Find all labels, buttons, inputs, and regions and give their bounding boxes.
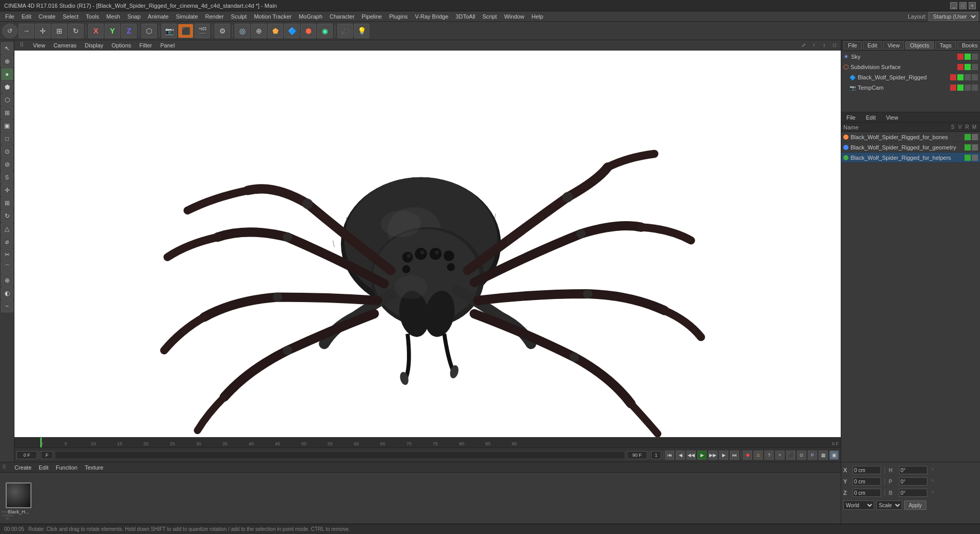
scene-row-spider[interactable]: 🔷 Black_Wolf_Spider_Rigged — [841, 72, 980, 82]
tempcam-btn-green[interactable] — [957, 85, 963, 91]
menu-select[interactable]: Select — [60, 12, 82, 21]
left-tool-live-select[interactable]: ⊙ — [1, 145, 13, 158]
left-tool-model[interactable]: ↖ — [1, 42, 13, 55]
preview-button[interactable]: P — [808, 450, 817, 460]
subdiv-btn-sq[interactable] — [972, 64, 978, 70]
om-ind-helpers-1[interactable] — [965, 155, 971, 161]
menu-mograph[interactable]: MoGraph — [296, 12, 325, 21]
move-button[interactable]: ✛ — [35, 24, 51, 38]
left-tool-points[interactable]: ● — [1, 68, 13, 80]
next-frame-button[interactable]: ▶ — [719, 450, 728, 460]
om-row-helpers[interactable]: Black_Wolf_Spider_Rigged_for_helpers — [841, 153, 980, 163]
coord-y-pos[interactable] — [853, 477, 881, 486]
key-help-button[interactable]: ? — [764, 450, 774, 460]
vp-menu-filter[interactable]: Filter — [137, 42, 154, 48]
left-tool-box-select[interactable]: □ — [1, 132, 13, 145]
prev-frame-button[interactable]: ◀ — [676, 450, 685, 460]
spline-button[interactable]: 🔷 — [284, 24, 300, 38]
play-button[interactable]: ▶ — [697, 450, 707, 460]
menu-simulate[interactable]: Simulate — [173, 12, 201, 21]
om-ind-geometry-2[interactable] — [972, 144, 978, 151]
render-button[interactable]: ⬛ — [178, 24, 193, 38]
rp-tab-objects[interactable]: Objects — [905, 41, 934, 49]
vp-menu-display[interactable]: Display — [83, 42, 105, 48]
z-axis-button[interactable]: Z — [121, 24, 137, 38]
om-ind-bones-1[interactable] — [965, 134, 971, 140]
viewport[interactable] — [14, 51, 841, 437]
coord-b-rot[interactable] — [899, 489, 927, 497]
go-to-start-button[interactable]: ⏮ — [665, 450, 674, 460]
left-tool-edges[interactable]: ⬟ — [1, 81, 13, 93]
menu-window[interactable]: Window — [501, 12, 527, 21]
om-tab-edit[interactable]: Edit — [863, 114, 879, 121]
end-frame-input[interactable] — [627, 451, 647, 459]
vp-grid-icon[interactable]: □ — [830, 41, 839, 49]
mat-tab-texture[interactable]: Texture — [83, 464, 105, 471]
close-button[interactable]: × — [969, 2, 976, 9]
left-tool-bridge[interactable]: ⌒ — [1, 261, 13, 274]
record-button[interactable]: ⏺ — [743, 450, 752, 460]
left-tool-s[interactable]: S — [1, 171, 13, 183]
add-keyframe-button[interactable]: + — [775, 450, 785, 460]
render-view-button[interactable]: 📷 — [161, 24, 177, 38]
coord-x-pos[interactable] — [853, 466, 881, 474]
vp-up-icon[interactable]: ↑ — [810, 41, 818, 49]
vp-maximize-icon[interactable]: ⤢ — [799, 41, 808, 49]
rp-tab-view[interactable]: View — [883, 41, 905, 49]
tempcam-btn-red[interactable] — [950, 85, 956, 91]
effector-button[interactable]: ◉ — [317, 24, 333, 38]
om-tab-view[interactable]: View — [883, 114, 902, 121]
layout-select[interactable]: Startup (User — [928, 12, 978, 21]
coord-p-rot[interactable] — [899, 477, 927, 486]
left-tool-paint[interactable]: ◐ — [1, 287, 13, 299]
timeline-scrub[interactable] — [55, 451, 625, 459]
menu-vray[interactable]: V-Ray Bridge — [412, 12, 452, 21]
spider-btn-green[interactable] — [957, 74, 963, 80]
scene-row-sky[interactable]: ☀ Sky — [841, 52, 980, 62]
rotate-button[interactable]: ↻ — [68, 24, 84, 38]
object-button[interactable]: ◎ — [235, 24, 250, 38]
material-handle[interactable]: ⠿ — [2, 464, 9, 471]
left-tool-extrude[interactable]: △ — [1, 223, 13, 235]
menu-mesh[interactable]: Mesh — [103, 12, 123, 21]
menu-motiontracker[interactable]: Motion Tracker — [251, 12, 295, 21]
om-row-bones[interactable]: Black_Wolf_Spider_Rigged_for_bones — [841, 132, 980, 142]
scale-select[interactable]: Scale — [876, 500, 902, 510]
maximize-button[interactable]: □ — [959, 2, 967, 9]
coord-z-pos[interactable] — [853, 489, 881, 497]
left-tool-magnet[interactable]: ⊕ — [1, 274, 13, 287]
vp-split-icon[interactable]: ↕ — [820, 41, 828, 49]
mat-tab-edit[interactable]: Edit — [37, 464, 51, 471]
menu-edit[interactable]: Edit — [19, 12, 35, 21]
vp-menu-cameras[interactable]: Cameras — [52, 42, 79, 48]
camera-button[interactable]: 🎥 — [337, 24, 353, 38]
play-reverse-button[interactable]: ◀◀ — [687, 450, 696, 460]
tempcam-btn-sq2[interactable] — [972, 85, 978, 91]
om-ind-helpers-2[interactable] — [972, 155, 978, 161]
material-item-black-hairy[interactable]: Black_H... — [4, 482, 32, 514]
live-select-button[interactable]: → — [19, 24, 34, 38]
menu-script[interactable]: Script — [479, 12, 500, 21]
menu-snap[interactable]: Snap — [124, 12, 144, 21]
left-tool-uv[interactable]: ⊞ — [1, 107, 13, 119]
scale-button[interactable]: ⊞ — [52, 24, 67, 38]
left-tool-knife[interactable]: ✂ — [1, 248, 13, 261]
coord-h-rot[interactable] — [899, 466, 927, 474]
x-axis-button[interactable]: X — [88, 24, 104, 38]
vp-menu-view[interactable]: View — [31, 42, 47, 48]
left-tool-move2[interactable]: ✛ — [1, 184, 13, 196]
edit-render-settings[interactable]: ⚙ — [215, 24, 230, 38]
rp-tab-edit[interactable]: Edit — [863, 41, 882, 49]
viewport-handle[interactable]: ⠿ — [17, 41, 27, 49]
om-ind-bones-2[interactable] — [972, 134, 978, 140]
menu-3dtoall[interactable]: 3DToAll — [452, 12, 478, 21]
spider-btn-red[interactable] — [950, 74, 956, 80]
timeline-list-button[interactable]: ▣ — [829, 450, 839, 460]
fps-input[interactable] — [651, 451, 661, 459]
timeline-grid-button[interactable]: ▦ — [819, 450, 828, 460]
del-keyframe-button[interactable]: ⬛ — [786, 450, 795, 460]
y-axis-button[interactable]: Y — [105, 24, 120, 38]
left-tool-select-all[interactable]: ▣ — [1, 120, 13, 132]
minimize-button[interactable]: _ — [950, 2, 957, 9]
rp-tab-tags[interactable]: Tags — [935, 41, 956, 49]
